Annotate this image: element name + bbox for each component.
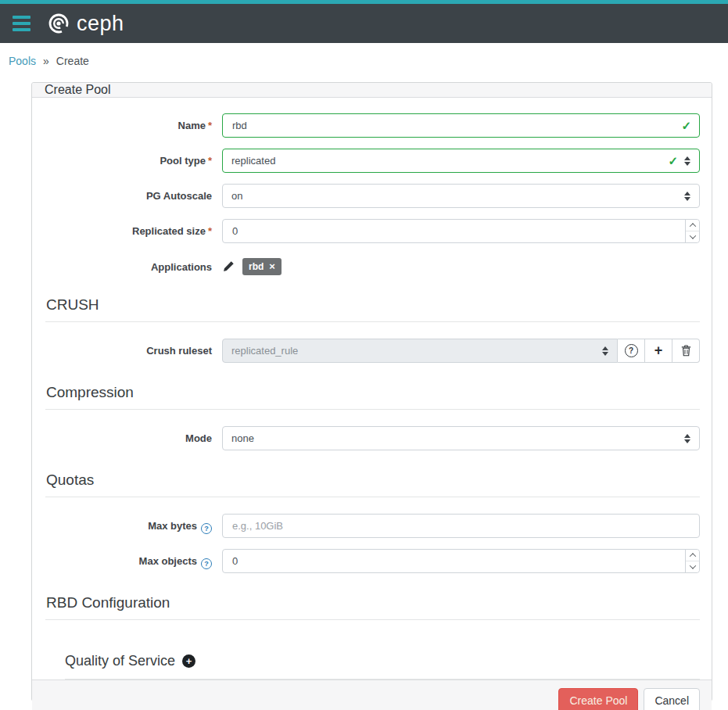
remove-tag-icon[interactable]: × [269,263,275,271]
required-asterisk: * [208,225,212,237]
trash-icon [681,345,691,357]
form-row-applications: Applications rbd × [45,254,700,275]
breadcrumb-link-pools[interactable]: Pools [9,55,36,67]
card-header: Create Pool [32,83,712,98]
crush-ruleset-label: Crush ruleset [45,339,212,363]
pool-type-select[interactable]: replicated ✓ [222,149,700,173]
create-pool-button[interactable]: Create Pool [558,688,638,710]
edit-pencil-icon[interactable] [222,260,235,273]
section-heading-quotas: Quotas [46,472,700,489]
application-tag-badge: rbd × [242,258,282,275]
card-title: Create Pool [45,83,111,97]
expand-plus-icon[interactable]: + [182,654,195,668]
spinner-up-button[interactable] [686,220,699,231]
required-asterisk: * [208,120,212,131]
plus-icon: + [654,343,663,357]
card-body: Name* ✓ Pool type* replicated ✓ [32,98,712,680]
section-divider [45,619,700,620]
valid-check-icon: ✓ [681,120,691,131]
card-footer: Create Pool Cancel [32,680,712,710]
breadcrumb-current: Create [56,55,89,67]
number-spinner [685,220,699,242]
select-caret-icon [684,192,690,201]
pool-type-label: Pool type* [45,149,212,173]
max-bytes-input[interactable] [222,514,700,538]
max-objects-label: Max objects? [45,549,212,573]
replicated-size-label: Replicated size* [45,219,212,243]
max-bytes-label: Max bytes? [45,514,212,538]
section-heading-rbd-configuration: RBD Configuration [46,594,700,611]
spinner-down-button[interactable] [686,561,699,572]
breadcrumb-separator: » [43,55,49,67]
number-spinner [685,550,699,572]
section-divider [45,497,700,497]
select-caret-icon [602,346,608,356]
section-divider [45,409,700,410]
section-divider [45,321,700,322]
quality-of-service-block: Quality of Service + [65,653,700,680]
cancel-button[interactable]: Cancel [644,688,700,710]
name-input[interactable] [222,113,700,138]
valid-check-icon: ✓ [668,155,678,167]
delete-crush-rule-button[interactable] [672,339,700,363]
form-row-max-bytes: Max bytes? [45,514,700,538]
form-row-pool-type: Pool type* replicated ✓ [45,149,700,173]
crush-help-button[interactable]: ? [618,339,645,363]
form-row-max-objects: Max objects? [45,549,700,573]
help-question-icon[interactable]: ? [201,523,212,534]
form-row-pg-autoscale: PG Autoscale on [45,184,700,208]
section-heading-compression: Compression [46,384,700,401]
brand-name: ceph [77,13,124,34]
form-row-name: Name* ✓ [45,113,700,138]
pg-autoscale-select[interactable]: on [222,184,700,208]
form-row-crush-ruleset: Crush ruleset replicated_rule ? + [45,339,700,363]
mode-label: Mode [45,426,212,450]
navbar: ceph [0,4,728,43]
help-question-icon[interactable]: ? [201,558,212,569]
spinner-down-button[interactable] [686,231,699,242]
max-objects-input[interactable] [222,549,700,573]
select-caret-icon [684,434,690,443]
brand[interactable]: ceph [46,11,124,36]
question-circle-icon: ? [625,344,638,357]
name-label: Name* [45,113,212,138]
create-pool-card: Create Pool Name* ✓ Pool type* replicate… [31,82,712,701]
crush-ruleset-select: replicated_rule [222,339,618,363]
spinner-up-button[interactable] [686,550,699,561]
form-row-mode: Mode none [45,426,700,450]
required-asterisk: * [208,155,212,167]
menu-hamburger-icon[interactable] [13,16,30,31]
section-heading-crush: CRUSH [46,296,700,314]
add-crush-rule-button[interactable]: + [645,339,672,363]
pg-autoscale-label: PG Autoscale [45,184,212,208]
replicated-size-input[interactable] [222,219,700,243]
form-row-replicated-size: Replicated size* [45,219,700,243]
quality-of-service-heading: Quality of Service [65,653,175,669]
application-tag-label: rbd [249,261,264,272]
applications-label: Applications [45,254,212,275]
ceph-logo-icon [46,11,71,36]
breadcrumb: Pools » Create [0,43,728,67]
mode-select[interactable]: none [222,426,700,450]
select-caret-icon [684,156,690,166]
